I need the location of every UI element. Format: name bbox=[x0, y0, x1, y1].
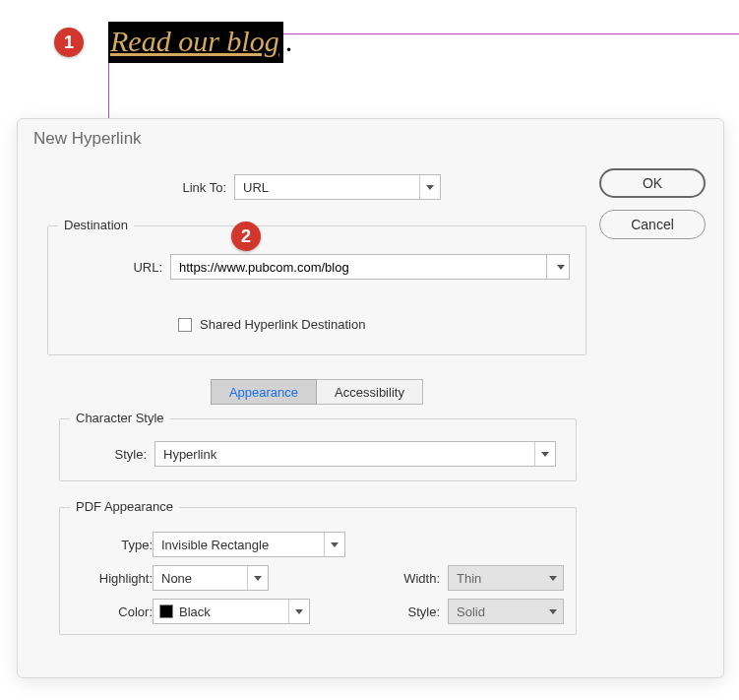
pdf-appearance-fieldset: PDF Appearance Type: Invisible Rectangle… bbox=[59, 507, 577, 635]
chevron-down-icon bbox=[557, 265, 565, 270]
chevron-down-icon bbox=[254, 576, 262, 581]
pdf-highlight-label: Highlight: bbox=[74, 571, 153, 586]
pdf-width-value: Thin bbox=[457, 571, 481, 586]
trailing-period: . bbox=[285, 25, 293, 58]
dialog-title: New Hyperlink bbox=[18, 119, 723, 166]
pdf-type-row: Type: Invisible Rectangle bbox=[74, 528, 564, 561]
character-style-select[interactable]: Hyperlink bbox=[154, 441, 556, 467]
tab-accessibility[interactable]: Accessibility bbox=[317, 379, 423, 405]
link-to-row: Link To: URL bbox=[37, 174, 569, 200]
ok-button[interactable]: OK bbox=[599, 168, 706, 198]
link-to-select[interactable]: URL bbox=[234, 174, 441, 200]
destination-fieldset: Destination URL: Shared Hyperlink Destin… bbox=[47, 225, 586, 355]
link-to-value: URL bbox=[243, 180, 269, 195]
pdf-color-select[interactable]: Black bbox=[153, 599, 310, 624]
chevron-down-icon bbox=[541, 452, 549, 457]
url-row: URL: bbox=[58, 254, 570, 280]
pdf-type-select[interactable]: Invisible Rectangle bbox=[153, 532, 345, 557]
pdf-color-value: Black bbox=[179, 605, 211, 619]
appearance-tabs: Appearance Accessibility bbox=[47, 379, 586, 405]
url-dropdown-button[interactable] bbox=[546, 254, 570, 280]
pdf-style-value: Solid bbox=[457, 605, 485, 619]
chevron-down-icon bbox=[426, 185, 434, 190]
dialog-buttons: OK Cancel bbox=[599, 168, 706, 251]
pdf-width-label: Width: bbox=[383, 571, 440, 586]
character-style-value: Hyperlink bbox=[163, 447, 216, 462]
link-to-label: Link To: bbox=[37, 180, 226, 195]
pdf-style-select[interactable]: Solid bbox=[448, 599, 564, 624]
pdf-type-label: Type: bbox=[74, 538, 153, 552]
cancel-button[interactable]: Cancel bbox=[599, 210, 706, 239]
pdf-color-label: Color: bbox=[74, 605, 153, 619]
destination-legend: Destination bbox=[58, 218, 134, 232]
annotation-callout-2: 2 bbox=[231, 222, 261, 251]
pdf-type-value: Invisible Rectangle bbox=[161, 538, 269, 552]
style-label: Style: bbox=[74, 447, 147, 462]
chevron-down-icon bbox=[295, 609, 303, 614]
style-row: Style: Hyperlink bbox=[74, 441, 556, 467]
selected-text-block[interactable]: Read our blog . bbox=[108, 22, 292, 63]
url-label: URL: bbox=[58, 260, 162, 275]
shared-destination-label: Shared Hyperlink Destination bbox=[200, 317, 365, 332]
pdf-highlight-value: None bbox=[161, 571, 192, 586]
pdf-width-select[interactable]: Thin bbox=[448, 565, 564, 591]
chevron-down-icon bbox=[331, 542, 339, 547]
tab-appearance[interactable]: Appearance bbox=[211, 379, 317, 405]
pdf-color-row: Color: Black Style: Solid bbox=[74, 595, 564, 628]
url-input[interactable] bbox=[170, 254, 546, 280]
chevron-down-icon bbox=[549, 609, 557, 614]
chevron-down-icon bbox=[549, 576, 557, 581]
document-preview: Read our blog . 1 bbox=[0, 0, 739, 118]
pdf-appearance-legend: PDF Appearance bbox=[70, 499, 179, 514]
character-style-legend: Character Style bbox=[70, 411, 170, 425]
hyperlink-selected-text[interactable]: Read our blog bbox=[108, 22, 283, 63]
pdf-highlight-select[interactable]: None bbox=[153, 565, 269, 591]
annotation-callout-1: 1 bbox=[54, 28, 84, 57]
color-swatch-icon bbox=[159, 605, 173, 618]
shared-destination-row: Shared Hyperlink Destination bbox=[178, 317, 365, 332]
url-field bbox=[170, 254, 570, 280]
shared-destination-checkbox[interactable] bbox=[178, 318, 192, 332]
pdf-style-label: Style: bbox=[383, 605, 440, 619]
character-style-fieldset: Character Style Style: Hyperlink bbox=[59, 418, 577, 481]
pdf-highlight-row: Highlight: None Width: Thin bbox=[74, 561, 564, 595]
new-hyperlink-dialog: New Hyperlink OK Cancel Link To: URL Des… bbox=[17, 118, 724, 678]
